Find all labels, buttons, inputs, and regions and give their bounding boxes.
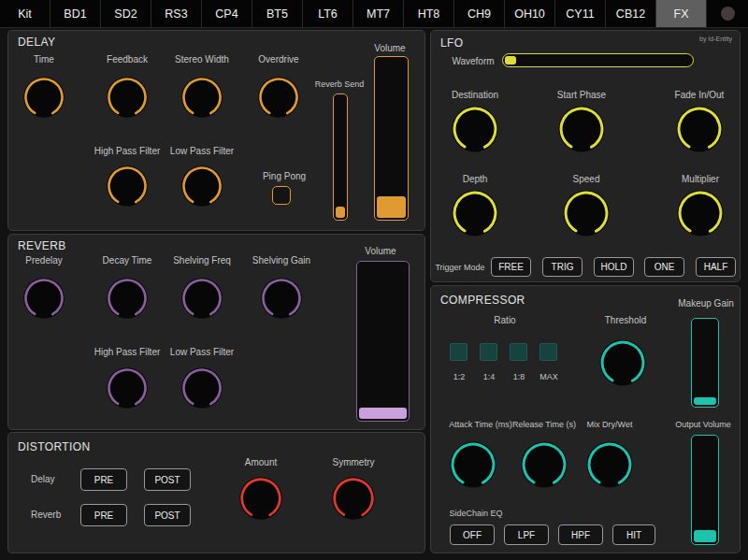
delay-ping-pong-button[interactable]	[272, 186, 291, 205]
compressor-output-volume-fill	[694, 530, 716, 542]
lfo-waveform-label: Waveform	[452, 56, 494, 66]
compressor-output-volume-slider[interactable]	[691, 435, 719, 545]
compressor-sidechain-off-button[interactable]: OFF	[450, 524, 495, 545]
delay-stereo-width-knob[interactable]	[180, 75, 224, 120]
distortion-amount-label: Amount	[245, 457, 277, 467]
reverb-volume-label: Volume	[365, 246, 396, 256]
lfo-fade-label: Fade In/Out	[675, 90, 725, 100]
lfo-trigger-trig-button[interactable]: TRIG	[542, 257, 583, 277]
compressor-sidechain-lpf-button[interactable]: LPF	[504, 524, 549, 545]
distortion-symmetry-label: Symmetry	[333, 457, 375, 467]
distortion-delay-pre-button[interactable]: PRE	[80, 468, 127, 491]
delay-volume-slider[interactable]	[374, 56, 409, 221]
tab-ht8[interactable]: HT8	[404, 0, 454, 27]
reverb-hpf-knob[interactable]	[105, 366, 150, 410]
tab-rs3[interactable]: RS3	[151, 0, 202, 27]
lfo-speed-label: Speed	[573, 174, 600, 184]
compressor-sidechain-hpf-button[interactable]: HPF	[558, 524, 603, 545]
distortion-reverb-post-button[interactable]: POST	[144, 504, 191, 526]
compressor-mix-label: Mix Dry/Wet	[587, 420, 633, 429]
compressor-release-label: Release Time (s)	[512, 420, 576, 429]
compressor-release-knob[interactable]	[519, 439, 569, 490]
lfo-trigger-one-button[interactable]: ONE	[644, 257, 684, 277]
compressor-threshold-knob[interactable]	[597, 337, 648, 388]
delay-lpf-knob[interactable]	[180, 164, 224, 208]
delay-time-label: Time	[34, 54, 54, 65]
lfo-trigger-hold-button[interactable]: HOLD	[594, 257, 634, 277]
compressor-panel: COMPRESSOR Makeup Gain Ratio 1:2 1:4 1:8…	[430, 285, 741, 553]
compressor-ratio-label: Ratio	[494, 315, 515, 325]
compressor-ratio-1-2-button[interactable]	[450, 343, 468, 361]
tab-fx[interactable]: FX	[656, 0, 707, 27]
lfo-waveform-handle[interactable]	[505, 56, 516, 65]
compressor-makeup-gain-fill	[694, 397, 716, 405]
delay-reverb-send-slider[interactable]	[333, 93, 348, 221]
tab-lt6[interactable]: LT6	[303, 0, 353, 27]
compressor-makeup-gain-label: Makeup Gain	[678, 298, 733, 309]
reverb-panel-title: REVERB	[18, 239, 66, 252]
tab-oh10[interactable]: OH10	[505, 0, 555, 27]
lfo-trigger-free-button[interactable]: FREE	[491, 257, 531, 277]
reverb-volume-fill	[359, 408, 407, 419]
tab-cp4[interactable]: CP4	[202, 0, 252, 27]
delay-hpf-label: High Pass Filter	[94, 146, 161, 156]
distortion-symmetry-knob[interactable]	[330, 475, 377, 522]
distortion-delay-post-button[interactable]: POST	[144, 468, 191, 491]
tab-mt7[interactable]: MT7	[353, 0, 404, 27]
record-indicator-area	[707, 0, 748, 27]
tab-sd2[interactable]: SD2	[101, 0, 151, 27]
distortion-reverb-pre-button[interactable]: PRE	[80, 504, 127, 526]
lfo-multiplier-knob[interactable]	[675, 188, 726, 238]
compressor-panel-title: COMPRESSOR	[440, 294, 525, 307]
delay-panel: DELAY Time Feedback Stereo Width Overdri…	[7, 30, 425, 231]
delay-time-knob[interactable]	[22, 75, 66, 120]
reverb-shelving-gain-knob[interactable]	[259, 276, 304, 321]
lfo-multiplier-label: Multiplier	[682, 174, 719, 184]
compressor-attack-label: Attack Time (ms)	[449, 420, 512, 429]
lfo-fade-knob[interactable]	[674, 104, 725, 154]
lfo-start-phase-knob[interactable]	[556, 104, 607, 154]
reverb-predelay-knob[interactable]	[22, 276, 66, 321]
tab-bd1[interactable]: BD1	[50, 0, 101, 27]
delay-hpf-knob[interactable]	[105, 164, 150, 208]
reverb-shelving-freq-knob[interactable]	[180, 276, 224, 321]
lfo-panel: LFO by Id-Entity Waveform Destination St…	[430, 30, 741, 282]
tab-ch9[interactable]: CH9	[454, 0, 505, 27]
delay-feedback-knob[interactable]	[105, 75, 150, 120]
compressor-ratio-1-8-button[interactable]	[510, 343, 527, 361]
compressor-ratio-max-button[interactable]	[539, 343, 557, 361]
lfo-waveform-slider[interactable]	[502, 53, 694, 67]
reverb-volume-slider[interactable]	[356, 261, 410, 422]
compressor-mix-knob[interactable]	[584, 439, 635, 490]
distortion-panel-title: DISTORTION	[18, 440, 91, 453]
lfo-panel-title: LFO	[440, 36, 464, 50]
compressor-ratio-1-8-label: 1:8	[513, 372, 525, 381]
compressor-ratio-1-4-label: 1:4	[483, 372, 496, 381]
lfo-destination-knob[interactable]	[450, 104, 500, 154]
delay-volume-label: Volume	[374, 43, 405, 53]
tab-kit[interactable]: Kit	[0, 0, 50, 27]
lfo-trigger-half-button[interactable]: HALF	[696, 257, 736, 277]
compressor-sidechain-label: SideChain EQ	[449, 509, 502, 518]
delay-overdrive-knob[interactable]	[256, 75, 301, 120]
compressor-attack-knob[interactable]	[448, 439, 498, 490]
delay-overdrive-label: Overdrive	[258, 54, 298, 65]
lfo-speed-knob[interactable]	[561, 188, 611, 238]
delay-panel-title: DELAY	[18, 36, 55, 49]
compressor-output-volume-label: Output Volume	[675, 420, 731, 429]
tab-bt5[interactable]: BT5	[252, 0, 303, 27]
compressor-makeup-gain-slider[interactable]	[691, 318, 719, 408]
lfo-start-phase-label: Start Phase	[557, 90, 606, 100]
lfo-destination-label: Destination	[452, 90, 498, 100]
reverb-decay-time-knob[interactable]	[105, 276, 150, 321]
tab-cb12[interactable]: CB12	[606, 0, 656, 27]
compressor-ratio-1-4-button[interactable]	[480, 343, 497, 361]
reverb-predelay-label: Predelay	[25, 255, 62, 266]
reverb-lpf-knob[interactable]	[180, 366, 224, 410]
lfo-depth-knob[interactable]	[450, 188, 500, 238]
distortion-amount-knob[interactable]	[237, 475, 284, 522]
reverb-decay-time-label: Decay Time	[103, 255, 152, 266]
record-indicator[interactable]	[721, 7, 735, 21]
tab-cy11[interactable]: CY11	[555, 0, 606, 27]
compressor-sidechain-hit-button[interactable]: HIT	[612, 524, 655, 545]
